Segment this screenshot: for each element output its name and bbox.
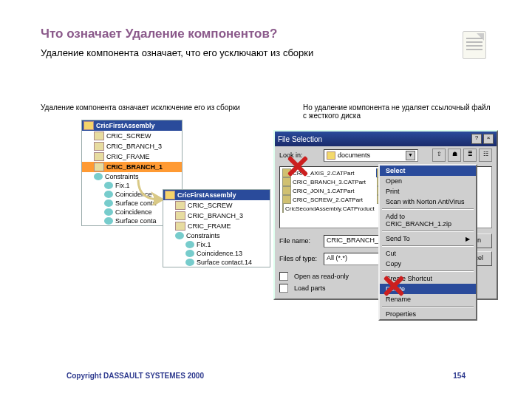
tree-label: CRIC_BRANCH_1	[106, 163, 163, 171]
close-button[interactable]: ×	[483, 134, 494, 144]
chevron-down-icon[interactable]: ▼	[406, 151, 415, 160]
load-parts-label: Load parts	[294, 284, 326, 292]
file-name: CRIC_SCREW_2.CATPart	[293, 197, 363, 203]
arrow-icon	[134, 176, 164, 205]
tree-label: Constraints	[105, 173, 139, 180]
menu-item[interactable]: Create Shortcut	[380, 273, 476, 284]
page-title: Что означает Удаление компонентов?	[41, 27, 277, 41]
folder-icon	[327, 151, 335, 160]
tree-item[interactable]: CRIC_SCREW	[163, 200, 270, 211]
menu-item[interactable]: Properties	[380, 309, 476, 319]
menu-separator	[382, 270, 474, 272]
menu-item[interactable]: Add to CRIC_BRANCH_1.zip	[380, 211, 476, 229]
file-icon	[282, 177, 291, 186]
menu-item[interactable]: Cut	[380, 248, 476, 259]
tree-label: Fix.1	[115, 182, 130, 189]
tree-constraints[interactable]: Constraints	[163, 231, 270, 240]
tree-label: CRIC_SCREW	[106, 132, 151, 140]
note-icon	[463, 31, 486, 59]
tree-label: CRIC_BRANCH_3	[106, 143, 162, 150]
tree-label: CricFirstAssembly	[96, 122, 155, 129]
menu-item-delete[interactable]: Delete	[380, 284, 476, 294]
list-item[interactable]: CricSecondAssembly.CATProduct	[282, 204, 370, 213]
tree-label: CRIC_SCREW	[188, 202, 233, 209]
menu-item[interactable]: Open	[380, 176, 476, 186]
menu-item[interactable]: Copy	[380, 259, 476, 269]
menu-item[interactable]: Print	[380, 186, 476, 197]
chevron-right-icon: ▶	[466, 236, 470, 242]
file-name: CRIC_BRANCH_3.CATPart	[293, 179, 366, 185]
tree-label: Surface contact.14	[197, 259, 252, 266]
file-name: CRIC_JOIN_1.CATPart	[293, 188, 354, 194]
menu-header: Select	[380, 166, 476, 176]
assembly-tree-after: CricFirstAssembly CRIC_SCREW CRIC_BRANCH…	[163, 189, 270, 267]
tree-root[interactable]: CricFirstAssembly	[82, 120, 182, 131]
list-view-icon[interactable]: ≣	[463, 149, 477, 162]
tree-constraint[interactable]: Fix.1	[163, 240, 270, 249]
menu-separator	[382, 231, 474, 232]
menu-separator	[382, 208, 474, 210]
tree-label: Coincidence	[115, 208, 152, 216]
list-item[interactable]: CRIC_JOIN_1.CATPart	[282, 186, 370, 195]
list-item[interactable]: CRIC_BRANCH_3.CATPart	[282, 177, 370, 186]
tree-item[interactable]: CRIC_FRAME	[82, 151, 182, 162]
file-icon	[282, 204, 284, 213]
filename-label: File name:	[279, 237, 321, 245]
file-icon	[282, 168, 291, 177]
page-number: 154	[453, 372, 466, 380]
caption-left: Удаление компонента означает исключение …	[41, 103, 240, 112]
tree-item[interactable]: CRIC_BRANCH_3	[82, 141, 182, 151]
tree-label: CRIC_FRAME	[188, 222, 231, 230]
tree-label: CRIC_BRANCH_3	[188, 212, 243, 219]
tree-label: Constraints	[186, 232, 220, 239]
tree-item-selected[interactable]: CRIC_BRANCH_1	[82, 162, 182, 172]
dialog-titlebar[interactable]: File Selection ? ×	[275, 132, 497, 146]
list-item[interactable]: CRIC_AXIS_2.CATPart	[282, 168, 370, 177]
lookin-combo[interactable]: documents ▼	[324, 149, 418, 162]
file-icon	[282, 186, 291, 195]
context-menu: Select Open Print Scan with Norton AntiV…	[378, 164, 477, 321]
tree-root[interactable]: CricFirstAssembly	[163, 190, 270, 200]
tree-item[interactable]: CRIC_SCREW	[82, 131, 182, 141]
menu-item[interactable]: Rename	[380, 294, 476, 304]
tree-constraint[interactable]: Surface contact.14	[163, 258, 270, 267]
page-subtitle: Удаление компонента означает, что его ус…	[41, 47, 313, 58]
lookin-value: documents	[338, 151, 370, 159]
tree-item[interactable]: CRIC_FRAME	[163, 221, 270, 231]
tree-label: Fix.1	[197, 241, 211, 248]
caption-right: Но удаление компонента не удаляет ссылоч…	[303, 103, 495, 120]
tree-constraints[interactable]: Constraints	[82, 172, 182, 181]
up-folder-icon[interactable]: ⇧	[432, 149, 446, 162]
list-item[interactable]: CRIC_SCREW_2.CATPart	[282, 195, 370, 204]
menu-separator	[382, 245, 474, 247]
tree-label: CricFirstAssembly	[177, 191, 236, 199]
filetype-label: Files of type:	[279, 255, 321, 262]
tree-label: Surface conta	[115, 217, 157, 225]
tree-item[interactable]: CRIC_BRANCH_3	[163, 211, 270, 221]
file-name: CricSecondAssembly.CATProduct	[285, 205, 375, 212]
tree-label: CRIC_FRAME	[106, 153, 150, 160]
load-parts-checkbox[interactable]	[279, 284, 288, 293]
tree-constraint[interactable]: Coincidence.13	[163, 249, 270, 258]
file-name: CRIC_AXIS_2.CATPart	[293, 170, 354, 177]
file-icon	[282, 195, 291, 204]
tree-label: Coincidence.13	[197, 250, 242, 257]
open-readonly-label: Open as read-only	[294, 273, 349, 280]
dialog-title: File Selection	[278, 135, 322, 143]
menu-item[interactable]: Scan with Norton AntiVirus	[380, 197, 476, 207]
copyright: Copyright DASSAULT SYSTEMES 2000	[66, 372, 204, 380]
new-folder-icon[interactable]: ☗	[448, 149, 461, 162]
menu-separator	[382, 306, 474, 307]
open-readonly-checkbox[interactable]	[279, 272, 288, 281]
lookin-label: Look in:	[279, 151, 321, 159]
details-view-icon[interactable]: ☷	[479, 149, 492, 162]
menu-item-sendto[interactable]: Send To▶	[380, 233, 476, 244]
help-button[interactable]: ?	[471, 134, 482, 144]
